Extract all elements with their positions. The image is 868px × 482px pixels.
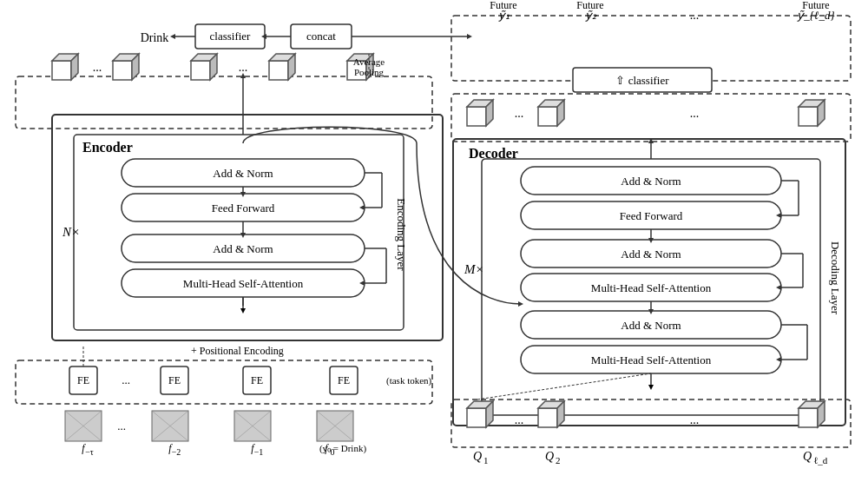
svg-rect-48 [191,61,210,80]
fe-2: FE [168,374,181,386]
future-label-3: ỹ_{ℓ_d} [797,9,835,22]
frame-sub-2: −2 [172,447,181,457]
task-token-label: (task token) [386,375,432,386]
dec-cube-dots: ... [515,107,524,120]
q1-sub: 1 [483,455,489,465]
svg-rect-45 [113,61,132,80]
frame-sub-3: −1 [254,447,264,457]
frame-sub-4b: (y₀ = Drink) [319,443,367,454]
fe-1: FE [77,374,89,386]
enc-add-norm-2: Add & Norm [213,167,273,180]
svg-rect-106 [451,399,851,447]
future-dots: ... [690,9,700,22]
svg-marker-103 [648,385,654,390]
encoder-label: Encoder [82,140,133,155]
nx-label: N× [62,225,80,239]
svg-marker-116 [518,301,523,307]
q-cube-dots: ... [515,413,524,426]
svg-rect-72 [538,107,557,126]
svg-rect-107 [467,408,486,427]
fe-3: FE [251,374,263,386]
svg-rect-51 [269,61,288,80]
svg-rect-42 [52,61,71,80]
q-cube-dots2: ... [690,413,700,426]
dec-add-norm-2: Add & Norm [621,248,681,261]
svg-line-117 [477,373,651,399]
frame-sub-1: −τ [85,447,94,457]
positional-encoding-label: + Positional Encoding [191,345,284,357]
encoding-layer-label: Encoding Layer [395,198,408,271]
decoder-classifier-box: ⇧ classifier [615,74,669,87]
dec-cube-dots2: ... [690,107,700,120]
enc-cube-dots2: ... [239,61,248,74]
mx-label: M× [464,262,484,276]
decoding-layer-label: Decoding Layer [829,241,842,315]
classifier-enc-box: classifier [210,30,252,43]
dec-mhsa-2: Multi-Head Self-Attention [591,281,712,294]
svg-rect-0 [16,76,432,129]
future-label-2: ỹ₂ [585,9,597,22]
img-dots: ... [117,419,126,432]
enc-add-norm-1: Add & Norm [213,242,273,255]
dec-add-norm-3: Add & Norm [621,175,681,188]
svg-rect-110 [538,408,557,427]
q2-label: Q [545,450,554,463]
q2-sub: 2 [556,455,561,465]
enc-feed-forward: Feed Forward [212,201,275,215]
qld-sub: ℓ_d [813,455,828,465]
fe-4: FE [338,374,350,386]
svg-rect-75 [799,107,818,126]
dec-feed-forward: Feed Forward [620,209,683,222]
svg-marker-65 [467,34,472,39]
svg-rect-113 [799,408,818,427]
drink-label: Drink [141,31,169,44]
svg-rect-69 [467,107,486,126]
svg-marker-20 [240,308,246,314]
svg-rect-68 [451,94,851,142]
fe-dots: ... [122,373,130,386]
svg-marker-58 [170,34,175,39]
q1-label: Q [473,450,482,463]
avg-pooling-label: Average [353,56,385,67]
enc-mhsa: Multi-Head Self-Attention [183,277,304,290]
enc-cube-dots: ... [93,61,102,74]
future-label-1: ỹ₁ [498,9,510,22]
qld-label: Q [803,450,812,463]
dec-mhsa-1: Multi-Head Self-Attention [591,353,712,366]
dec-add-norm-1: Add & Norm [621,319,681,332]
concat-box: concat [306,30,336,43]
